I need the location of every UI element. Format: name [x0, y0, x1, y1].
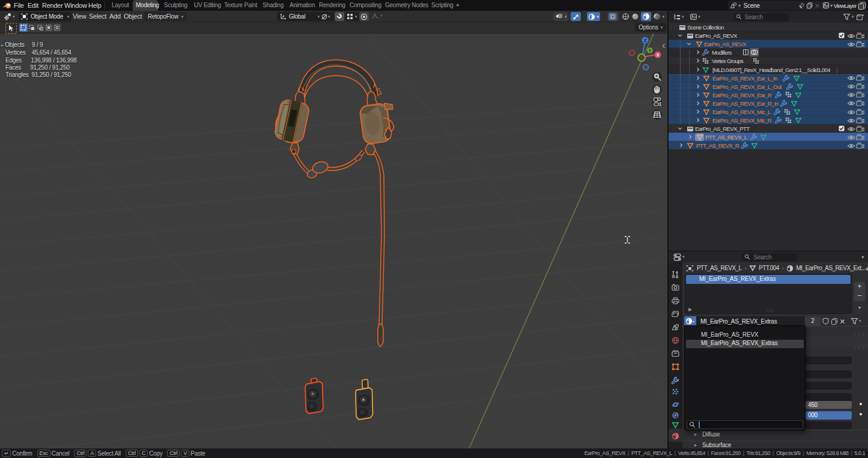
svg-text:X: X — [657, 53, 660, 57]
svg-text:Y: Y — [649, 49, 652, 53]
